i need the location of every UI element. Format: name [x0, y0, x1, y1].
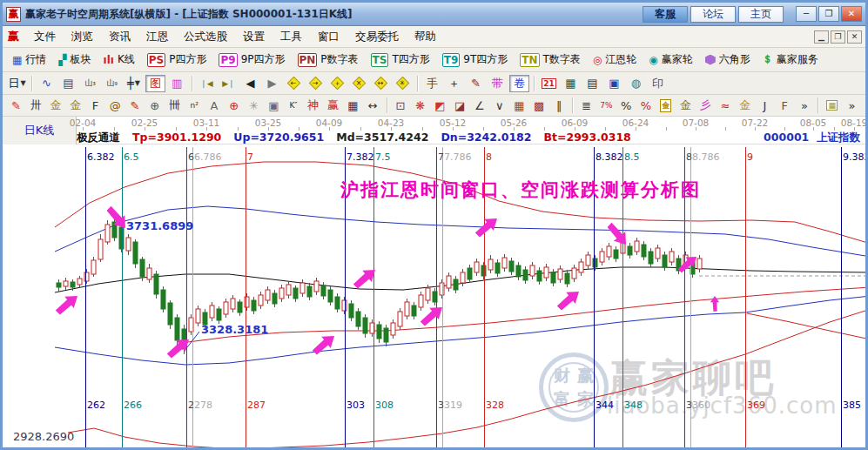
color-bars-icon[interactable]: ▥ — [167, 75, 187, 92]
n2-icon[interactable]: n² — [185, 97, 204, 114]
sectors-button[interactable]: ▞板块 — [52, 52, 97, 67]
menu-help[interactable]: 帮助 — [407, 27, 444, 47]
menu-news[interactable]: 资讯 — [101, 27, 138, 47]
prev-icon[interactable]: ◀ — [240, 75, 260, 92]
crosshair-icon[interactable]: ＋ — [444, 75, 464, 92]
box-corner-icon[interactable]: ⊡ — [391, 97, 409, 114]
calculator-icon[interactable]: ▦ — [561, 75, 581, 92]
parallel-icon[interactable]: ∥ — [550, 97, 569, 114]
gann-diamond-left-icon[interactable]: ← — [284, 75, 304, 92]
memo-icon[interactable]: ▤ — [58, 75, 78, 92]
save-icon[interactable]: ▣ — [604, 75, 624, 92]
close-button[interactable]: ✕ — [841, 6, 862, 22]
menu-window[interactable]: 窗口 — [310, 27, 347, 47]
j-angle-icon[interactable]: J — [756, 97, 774, 114]
child-restore-button[interactable]: ❐ — [831, 30, 845, 44]
brush-icon[interactable]: ✎ — [7, 97, 25, 114]
menu-file[interactable]: 文件 — [26, 27, 64, 47]
menu-stock-picker[interactable]: 公式选股 — [176, 27, 235, 47]
magenta-tool-icon[interactable]: 带 — [488, 75, 508, 92]
ink-brush-icon[interactable]: 彡 — [696, 97, 715, 114]
gold-line-icon[interactable]: 金 — [676, 97, 695, 114]
mirror-a-icon[interactable]: A — [205, 97, 224, 114]
t-square-button[interactable]: TST四方形 — [365, 52, 436, 67]
gann-diamond-star-icon[interactable]: ✳ — [393, 75, 413, 92]
gold-under-icon[interactable]: 金 — [736, 97, 754, 114]
target-icon[interactable]: ⊕ — [225, 97, 243, 114]
quotes-button[interactable]: ▦行情 — [6, 52, 52, 67]
service-button[interactable]: 客服 — [643, 6, 688, 23]
gann-ruler-icon[interactable]: 卅 — [27, 97, 45, 114]
angle-pen-icon[interactable]: ✎ — [466, 75, 486, 92]
trend-wave-icon[interactable]: ∿ — [37, 75, 57, 92]
t-number-button[interactable]: TNT数字表 — [514, 52, 587, 67]
red-grid2-icon[interactable]: ▩ — [530, 97, 548, 114]
grid-window-icon[interactable]: ▦ — [823, 97, 841, 114]
scale-icon[interactable]: ≣ — [577, 97, 595, 114]
more2-icon[interactable]: » — [843, 97, 861, 114]
minimize-button[interactable]: ─ — [796, 6, 817, 22]
period-selector[interactable]: 日▼ — [7, 75, 27, 92]
gann-diamond-right-icon[interactable]: → — [306, 75, 326, 92]
f-ruler-icon[interactable]: F — [86, 97, 104, 114]
rays-icon[interactable]: ❋ — [411, 97, 429, 114]
export-icon[interactable]: ◍ — [626, 75, 646, 92]
menu-tools[interactable]: 工具 — [273, 27, 310, 47]
home-button[interactable]: 主页 — [738, 6, 784, 23]
k2-icon[interactable]: K″ — [285, 97, 303, 114]
first-page-icon[interactable]: ❘◀ — [197, 75, 217, 92]
f-angle-icon[interactable]: F — [776, 97, 794, 114]
next-icon[interactable]: ▶ — [262, 75, 282, 92]
p-number-button[interactable]: PNP数字表 — [292, 52, 365, 67]
gann-diamond-plus-icon[interactable]: ＋ — [327, 75, 347, 92]
boxed-star-icon[interactable]: ▣ — [265, 97, 283, 114]
winner-service-button[interactable]: ＄赢家服务 — [757, 52, 824, 67]
grid123-icon[interactable]: ▦ — [344, 97, 362, 114]
t9-square-button[interactable]: T99T四方形 — [436, 52, 515, 67]
p9-square-button[interactable]: P99P四方形 — [212, 52, 291, 67]
menu-trade[interactable]: 交易委托 — [347, 27, 407, 47]
gann-diamond-move-icon[interactable]: ↔ — [371, 75, 391, 92]
fan-box-icon[interactable]: ◩ — [431, 97, 449, 114]
gann-wheel-button[interactable]: ◎江恩轮 — [587, 52, 643, 67]
shen-icon[interactable]: 神 — [304, 97, 322, 114]
star-icon[interactable]: ✳ — [245, 97, 263, 114]
vee-lines-icon[interactable]: ∨ — [490, 97, 508, 114]
maximize-button[interactable]: ❐ — [818, 6, 839, 22]
red-pattern-icon[interactable]: 图 — [145, 75, 165, 92]
forum-button[interactable]: 论坛 — [690, 6, 736, 23]
wave-avg-icon[interactable]: ≈ — [717, 97, 735, 114]
bars9-icon[interactable]: 山₉ — [102, 75, 122, 92]
blue-pattern-icon[interactable]: 卷 — [509, 75, 529, 92]
gold-section2-icon[interactable]: 金 — [66, 97, 84, 114]
percent-icon[interactable]: % — [617, 97, 636, 114]
kline-button[interactable]: ılıK线 — [98, 52, 141, 67]
more-tools-icon[interactable]: » — [796, 97, 814, 114]
gold-section-icon[interactable]: 金 — [47, 97, 65, 114]
candle-style-selector[interactable]: ╪▼ — [124, 75, 144, 92]
hand-tool-icon[interactable]: 手 — [422, 75, 442, 92]
grid-ruler-icon[interactable]: 卌 — [165, 97, 184, 114]
percent7-icon[interactable]: 7% — [597, 97, 616, 114]
print-icon[interactable]: 印 — [648, 75, 668, 92]
ying-icon[interactable]: 赢 — [324, 97, 342, 114]
period-label[interactable]: 日K线 — [3, 117, 77, 144]
spiral-icon[interactable]: @ — [106, 97, 124, 114]
gann-diamond-cross-icon[interactable]: × — [349, 75, 369, 92]
hexagon-button[interactable]: 六角形 — [699, 52, 757, 67]
calendar-icon[interactable]: 21 — [539, 75, 559, 92]
bars3-icon[interactable]: 山₃ — [80, 75, 100, 92]
menu-settings[interactable]: 设置 — [235, 27, 273, 47]
winner-wheel-button[interactable]: ◉赢家轮 — [643, 52, 698, 67]
fan-box2-icon[interactable]: ◪ — [451, 97, 469, 114]
percent-line-icon[interactable]: % — [637, 97, 656, 114]
gold-circle-icon[interactable]: 金 — [656, 97, 675, 114]
angle-lines-icon[interactable]: ∠ — [471, 97, 489, 114]
p-square-button[interactable]: PSP四方形 — [141, 52, 213, 67]
chart-canvas[interactable]: 财赢富家 赢家聊吧 liaoba.yjcf360.com 沪指江恩时间窗口、空间… — [3, 144, 868, 450]
width-icon[interactable]: ↔ — [364, 97, 382, 114]
red-grid-icon[interactable]: ▦ — [510, 97, 528, 114]
menu-browse[interactable]: 浏览 — [64, 27, 101, 47]
notes-icon[interactable]: ▤ — [582, 75, 602, 92]
child-minimize-button[interactable]: ▁ — [814, 30, 829, 44]
